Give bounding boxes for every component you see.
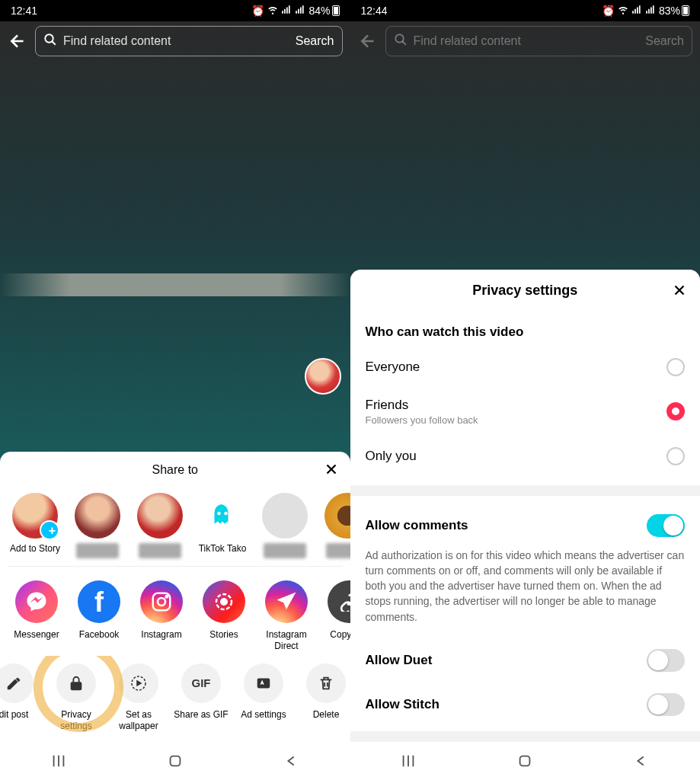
igd-icon xyxy=(265,580,308,623)
back-arrow-icon[interactable] xyxy=(8,31,27,51)
app-label: Stories xyxy=(195,629,253,640)
back-arrow-icon[interactable] xyxy=(358,31,378,51)
st-icon xyxy=(203,580,245,623)
signal-icon xyxy=(281,5,292,18)
option-label: Friends xyxy=(366,398,478,413)
share-app-ig[interactable]: Instagram xyxy=(133,580,190,651)
svg-point-2 xyxy=(224,512,228,516)
search-icon xyxy=(394,33,408,50)
privacy-header: Privacy settings xyxy=(350,270,701,312)
svg-rect-12 xyxy=(520,756,530,766)
close-icon[interactable] xyxy=(323,461,340,481)
allow-stitch-toggle[interactable] xyxy=(647,693,685,716)
share-contact[interactable] xyxy=(257,493,312,558)
svg-point-7 xyxy=(221,599,227,606)
alarm-icon: ⏰ xyxy=(251,5,264,17)
allow-comments-row[interactable]: Allow comments xyxy=(366,508,686,543)
radio-button[interactable] xyxy=(666,402,685,420)
share-apps-row[interactable]: MessengerfFacebookInstagramStoriesInstag… xyxy=(0,570,350,656)
recents-icon[interactable] xyxy=(50,752,68,770)
action-trash[interactable]: Delete xyxy=(297,663,350,731)
action-live[interactable]: Set as wallpaper xyxy=(110,663,168,731)
radio-button[interactable] xyxy=(666,358,685,376)
allow-comments-desc: Ad authorization is on for this video wh… xyxy=(366,548,686,625)
option-label: Only you xyxy=(366,449,417,464)
share-app-fb[interactable]: fFacebook xyxy=(70,580,128,651)
fb-icon: f xyxy=(78,580,120,623)
share-contact[interactable] xyxy=(70,493,125,558)
search-input[interactable] xyxy=(63,34,289,48)
share-app-st[interactable]: Stories xyxy=(195,580,253,651)
top-nav: Search xyxy=(350,21,701,61)
share-contact[interactable] xyxy=(133,493,187,558)
battery-indicator: 83% xyxy=(659,5,689,17)
gif-icon: GIF xyxy=(181,663,221,703)
privacy-title: Privacy settings xyxy=(472,283,577,299)
contact-avatar xyxy=(262,493,308,539)
who-title: Who can watch this video xyxy=(366,324,686,340)
home-icon[interactable] xyxy=(516,752,534,770)
profile-avatar[interactable] xyxy=(305,358,341,395)
share-actions-row[interactable]: dit postPrivacy settingsSet as wallpaper… xyxy=(0,656,350,736)
allow-duet-row[interactable]: Allow Duet xyxy=(366,643,686,678)
copy-icon xyxy=(328,580,350,623)
phone-left: 12:41 ⏰ 84% Search xyxy=(0,0,350,780)
privacy-settings-sheet: Privacy settings Who can watch this vide… xyxy=(350,270,701,742)
back-icon[interactable] xyxy=(632,752,650,770)
live-icon xyxy=(119,663,158,703)
status-bar: 12:41 ⏰ 84% xyxy=(0,0,350,21)
share-app-igd[interactable]: Instagram Direct xyxy=(257,580,315,651)
action-lock[interactable]: Privacy settings xyxy=(47,663,105,731)
recents-icon[interactable] xyxy=(399,752,417,770)
contact-name-redacted xyxy=(76,543,119,558)
status-time: 12:41 xyxy=(11,5,37,17)
battery-indicator: 84% xyxy=(308,5,339,17)
close-icon[interactable] xyxy=(671,282,688,302)
allow-stitch-row[interactable]: Allow Stitch xyxy=(366,687,686,722)
search-input[interactable] xyxy=(414,34,640,48)
action-gif[interactable]: GIFShare as GIF xyxy=(172,663,230,731)
svg-point-5 xyxy=(166,596,168,598)
share-app-copy[interactable]: Copy link xyxy=(320,580,350,651)
action-label: Share as GIF xyxy=(172,709,230,720)
system-nav-bar xyxy=(350,742,701,780)
system-nav-bar xyxy=(0,742,350,780)
signal-icon-2 xyxy=(645,5,656,18)
search-bar[interactable]: Search xyxy=(35,26,343,56)
share-contact[interactable] xyxy=(320,493,350,558)
action-ad[interactable]: Ad settings xyxy=(235,663,292,731)
action-label: Privacy settings xyxy=(47,709,105,731)
search-bar[interactable]: Search xyxy=(385,26,693,56)
privacy-option[interactable]: FriendsFollowers you follow back xyxy=(366,387,686,436)
share-app-msgr[interactable]: Messenger xyxy=(8,580,66,651)
privacy-option[interactable]: Only you xyxy=(366,436,686,476)
back-icon[interactable] xyxy=(283,752,301,770)
svg-point-4 xyxy=(158,598,165,606)
share-contact[interactable]: TikTok Tako xyxy=(195,493,250,558)
allow-duet-toggle[interactable] xyxy=(647,649,685,672)
option-label: Everyone xyxy=(366,360,420,375)
share-sheet: Share to Add to StoryTikTok Tako Messeng… xyxy=(0,452,350,742)
share-title: Share to xyxy=(152,463,198,477)
svg-point-1 xyxy=(217,512,221,516)
share-contacts-row[interactable]: Add to StoryTikTok Tako xyxy=(0,488,350,563)
search-button[interactable]: Search xyxy=(296,34,334,48)
alarm-icon: ⏰ xyxy=(602,5,615,17)
home-icon[interactable] xyxy=(166,752,184,770)
search-button[interactable]: Search xyxy=(645,34,684,48)
wifi-icon xyxy=(267,5,278,18)
app-label: Messenger xyxy=(8,629,66,640)
contact-name-redacted xyxy=(139,543,181,558)
privacy-option[interactable]: Everyone xyxy=(366,347,686,387)
phone-right: 12:44 ⏰ 83% Search Privacy settings xyxy=(350,0,701,780)
contact-avatar xyxy=(324,493,350,539)
share-contact[interactable]: Add to Story xyxy=(8,493,62,558)
status-time: 12:44 xyxy=(361,5,388,17)
contact-avatar xyxy=(75,493,120,539)
radio-button[interactable] xyxy=(666,447,685,465)
who-can-watch-card: Who can watch this video EveryoneFriends… xyxy=(350,312,701,485)
action-pencil[interactable]: dit post xyxy=(0,663,43,731)
svg-rect-10 xyxy=(170,756,180,766)
allow-comments-toggle[interactable] xyxy=(647,514,685,537)
app-label: Copy link xyxy=(320,629,350,640)
